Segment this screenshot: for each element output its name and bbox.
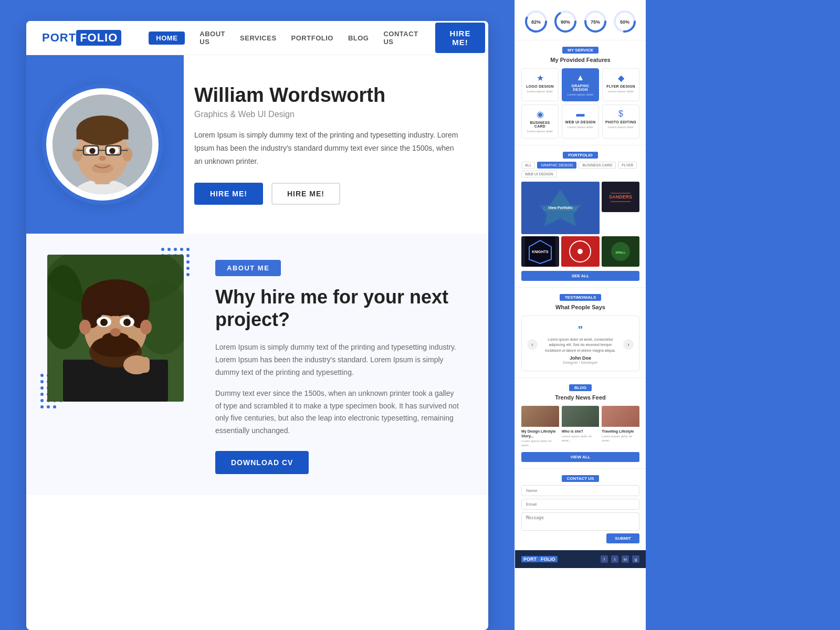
svg-point-71	[40, 380, 44, 383]
svg-point-64	[110, 328, 121, 337]
social-googleplus[interactable]: g	[632, 555, 639, 563]
hero-content: William Wordsworth Graphics & Web UI Des…	[194, 84, 462, 205]
contact-section: CONTACT US SUBMIT	[515, 469, 646, 550]
social-linkedin[interactable]: in	[622, 555, 629, 563]
skill-4: 50%	[613, 9, 637, 34]
testimonials-title: What People Says	[521, 304, 639, 310]
nav-contact[interactable]: CONTACT US	[383, 30, 418, 46]
see-all-portfolio-button[interactable]: SEE ALL	[521, 271, 639, 281]
hire-me-button-1[interactable]: HIRE ME!	[194, 183, 263, 205]
filter-all[interactable]: ALL	[521, 162, 535, 169]
flyer-design-icon: ◆	[605, 73, 637, 83]
filter-graphic[interactable]: GRAPHIC DESIGN	[537, 162, 576, 169]
nav-portfolio[interactable]: PORTFOLIO	[291, 34, 333, 42]
hero-subtitle: Graphics & Web UI Design	[194, 110, 462, 119]
sidebar-footer: PORTFOLIO f t in g	[515, 550, 646, 568]
blog-post-3: Traveling Lifestyle Lorem ipsum dolor si…	[602, 406, 639, 448]
portfolio-knights-image: KNIGHTS	[521, 236, 559, 267]
blog-title: Trendy News Feed	[521, 394, 639, 401]
portfolio-item-sanders: SANDERS	[602, 182, 639, 212]
social-twitter[interactable]: t	[611, 555, 618, 563]
filter-flyer[interactable]: FLYER	[618, 162, 637, 169]
testimonial-prev-button[interactable]: ‹	[527, 339, 538, 350]
web-ui-label: WEB UI DESIGN	[564, 120, 596, 124]
nav-blog[interactable]: BLOG	[348, 34, 369, 42]
portfolio-soccer-image	[561, 236, 599, 267]
logo-folio: FOLIO	[76, 30, 121, 46]
filter-web[interactable]: WEB UI DESIGN	[521, 171, 557, 177]
testimonials-section: TESTIMONIALS What People Says ‹ " Lorem …	[515, 288, 646, 379]
portfolio-grid: CANNABWEST View Portfolio SANDERS	[521, 182, 639, 267]
footer-social: f t in g	[601, 555, 639, 563]
footer-logo-port: PORT	[521, 556, 539, 562]
svg-point-83	[40, 399, 44, 402]
blog-tag: BLOG	[569, 384, 592, 391]
about-section: ABOUT ME Why hire me for your next proje…	[26, 234, 488, 495]
contact-submit-button[interactable]: SUBMIT	[606, 533, 639, 543]
logo-design-label: LOGO DESIGN	[524, 85, 556, 88]
portfolio-spell-image: SPELL	[602, 236, 639, 267]
service-web-ui: ▬ WEB UI DESIGN Lorem ipsum dolor	[562, 104, 599, 138]
main-section: PORTFOLIO HOME ABOUT US SERVICES PORTFOL…	[0, 0, 514, 630]
blog-excerpt-3: Lorem ipsum dolor sit amet...	[602, 435, 639, 443]
testimonial-next-button[interactable]: ›	[623, 339, 634, 350]
svg-point-75	[40, 386, 44, 390]
knights-logo-svg: KNIGHTS	[525, 236, 555, 267]
download-cv-button[interactable]: DOWNLOAD CV	[215, 451, 309, 474]
filter-business[interactable]: BUSINESS CARD	[579, 162, 616, 169]
contact-name-input[interactable]	[521, 485, 639, 496]
about-para-1: Lorem Ipsum is simply dummy text of the …	[215, 341, 462, 379]
hire-me-nav-button[interactable]: HIRE ME!	[435, 23, 486, 53]
skill-3: 75%	[583, 9, 607, 34]
avatar-image	[52, 94, 152, 194]
nav-services[interactable]: SERVICES	[240, 34, 277, 42]
svg-point-17	[99, 156, 106, 161]
skill-circle-svg-4: 50%	[613, 9, 637, 34]
about-content: ABOUT ME Why hire me for your next proje…	[215, 255, 462, 474]
portfolio-section: PORTFOLIO ALL GRAPHIC DESIGN BUSINESS CA…	[515, 145, 646, 288]
logo-design-desc: Lorem ipsum dolor	[524, 89, 556, 93]
blog-image-1	[521, 406, 559, 427]
hero-buttons: HIRE ME! HIRE ME!	[194, 183, 462, 205]
sanders-logo-svg: SANDERS	[605, 182, 636, 212]
portfolio-item-knights: KNIGHTS	[521, 236, 559, 267]
svg-text:50%: 50%	[620, 19, 629, 25]
site-logo: PORTFOLIO	[42, 30, 121, 46]
svg-point-33	[186, 260, 190, 264]
svg-text:SANDERS: SANDERS	[609, 194, 632, 200]
flyer-design-desc: Lorem ipsum dolor	[605, 89, 637, 93]
testimonial-text: Lorem ipsum dolor sit amet, consectetur …	[542, 337, 619, 354]
contact-message-input[interactable]	[521, 512, 639, 531]
portfolio-tag: PORTFOLIO	[563, 152, 598, 159]
svg-point-38	[186, 267, 190, 270]
view-portfolio-overlay[interactable]: View Portfolio	[521, 182, 600, 234]
avatar	[50, 92, 155, 197]
about-image	[47, 255, 184, 402]
svg-point-20	[167, 248, 171, 251]
svg-rect-5	[77, 130, 129, 140]
contact-email-input[interactable]	[521, 499, 639, 510]
svg-point-6	[72, 148, 82, 162]
svg-point-87	[40, 405, 44, 408]
graphic-design-desc: Lorem ipsum dolor	[564, 92, 596, 97]
svg-point-63	[123, 319, 131, 326]
services-title: My Provided Features	[521, 57, 639, 63]
svg-point-19	[161, 248, 164, 251]
blog-title-1: My Design Lifestyle Story...	[521, 429, 559, 438]
hero-description: Lorem Ipsum is simply dummy text of the …	[194, 129, 462, 169]
svg-point-79	[40, 393, 44, 396]
view-all-blog-button[interactable]: VIEW ALL	[521, 452, 639, 462]
about-title: Why hire me for your next project?	[215, 286, 462, 331]
avatar-ring	[42, 84, 163, 205]
nav-home[interactable]: HOME	[149, 32, 185, 45]
blog-post-2: Who is she? Lorem ipsum dolor sit amet..…	[562, 406, 600, 448]
social-facebook[interactable]: f	[601, 555, 608, 563]
svg-point-23	[186, 248, 190, 251]
svg-text:KNIGHTS: KNIGHTS	[532, 250, 549, 254]
svg-text:82%: 82%	[531, 19, 541, 25]
about-image-wrapper	[47, 255, 194, 402]
nav-about[interactable]: ABOUT US	[200, 30, 225, 46]
hire-me-button-2[interactable]: HIRE ME!	[271, 183, 340, 205]
logo-design-icon: ★	[524, 73, 556, 83]
svg-point-10	[89, 148, 95, 154]
